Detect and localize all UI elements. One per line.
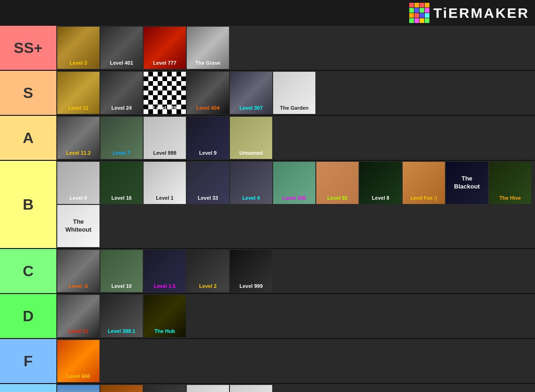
item-label: The Whiteout	[60, 217, 98, 235]
item-label: Level 100	[273, 194, 315, 202]
list-item[interactable]: Level 0	[57, 162, 99, 204]
tier-label-d: D	[0, 294, 56, 338]
list-item[interactable]: Level 302	[57, 385, 99, 392]
list-item[interactable]: Level 24	[100, 72, 143, 114]
list-item[interactable]: Level 9	[187, 117, 229, 159]
tier-row-f: F Level 666	[0, 339, 535, 384]
tier-items-s: Level 11 Level 24 Level 389 Level 404	[56, 71, 535, 115]
tier-label-s: S	[0, 71, 56, 115]
item-label: Level 1	[144, 194, 186, 202]
item-label: Level 307	[230, 104, 272, 112]
tiermaker-logo: TiERMAKER	[409, 3, 529, 23]
item-label: Level 9	[187, 149, 229, 157]
item-label: The Hive	[489, 194, 531, 202]
tier-list: TiERMAKER SS+ Level 3 Level 401 L	[0, 0, 535, 392]
tier-items-a: Level 11.2 Level 7 Level 998 Level 9	[56, 116, 535, 160]
list-item[interactable]: Level 1	[144, 162, 186, 204]
list-item[interactable]: Level 1.5	[144, 250, 186, 292]
list-item[interactable]: Level 666	[57, 340, 99, 382]
list-item[interactable]: Level 998	[144, 117, 186, 159]
list-item[interactable]: Level -5	[57, 250, 99, 292]
list-item[interactable]: The Garden	[273, 72, 315, 114]
item-label: Level 10	[100, 282, 143, 290]
item-label: Level 389	[144, 104, 186, 112]
list-item[interactable]: The Whiteout	[57, 205, 99, 247]
list-item[interactable]: Level 7	[100, 117, 143, 159]
list-item[interactable]: Level 11.2	[57, 117, 99, 159]
item-label: Level 16	[100, 194, 143, 202]
item-label: Level 777	[144, 59, 186, 67]
tier-items-no: Level 302 Level 5 Level 5.1 Level 6	[56, 384, 535, 392]
list-item[interactable]: The Blackout	[446, 162, 488, 204]
list-item[interactable]: Level 6	[187, 385, 229, 392]
item-label: Level 999	[230, 282, 272, 290]
list-item[interactable]: Level 10	[100, 250, 143, 292]
list-item[interactable]: Level 8	[359, 162, 402, 204]
list-item[interactable]: Level 307	[230, 72, 272, 114]
item-label: Level 11	[57, 104, 99, 112]
tier-label-c: C	[0, 249, 56, 293]
tier-row-d: D Level 11 Level 389.1 The Hub	[0, 294, 535, 339]
item-label: Level 11.2	[57, 149, 99, 157]
item-label: Level 7	[100, 149, 143, 157]
list-item[interactable]: The End	[230, 385, 272, 392]
list-item[interactable]: The Grave	[187, 27, 229, 69]
item-label: Level 404	[187, 104, 229, 112]
list-item[interactable]: Level 11	[57, 72, 99, 114]
list-item[interactable]: Level 404	[187, 72, 229, 114]
tier-row-s: S Level 11 Level 24 Level 389	[0, 71, 535, 116]
list-item[interactable]: Level 16	[100, 162, 143, 204]
item-label: Level 3	[57, 59, 99, 67]
tier-items-f: Level 666	[56, 339, 535, 383]
tier-label-b: B	[0, 161, 56, 248]
list-item[interactable]: Level 777	[144, 27, 186, 69]
list-item[interactable]: Level 5	[100, 385, 143, 392]
item-label: The Hub	[144, 327, 186, 335]
item-label: Level 8	[359, 194, 402, 202]
list-item[interactable]: Level Fun :)	[403, 162, 445, 204]
tier-label-f: F	[0, 339, 56, 383]
list-item[interactable]: Level 11	[57, 295, 99, 337]
list-item[interactable]: Unnamed	[230, 117, 272, 159]
list-item[interactable]: The Hub	[144, 295, 186, 337]
list-item[interactable]: Level 3	[57, 27, 99, 69]
tier-row-no: No Opinion/Didn't Read Level 302 Level 5…	[0, 384, 535, 392]
list-item[interactable]: Level 389	[144, 72, 186, 114]
list-item[interactable]: Level 5.1	[144, 385, 186, 392]
tier-row-ss: SS+ Level 3 Level 401 Level 777	[0, 26, 535, 71]
item-label: The Blackout	[448, 174, 486, 192]
tier-row-a: A Level 11.2 Level 7 Level 998	[0, 116, 535, 161]
item-label: Level 1.5	[144, 282, 186, 290]
tier-label-no: No Opinion/Didn't Read	[0, 384, 56, 392]
item-label: Level 4	[230, 194, 272, 202]
list-item[interactable]: The Hive	[489, 162, 531, 204]
item-label: Level 92	[316, 194, 359, 202]
list-item[interactable]: Level 2	[187, 250, 229, 292]
item-label: The Garden	[273, 104, 315, 112]
tier-label-a: A	[0, 116, 56, 160]
item-label: Level 401	[100, 59, 143, 67]
item-label: Level 11	[57, 327, 99, 335]
list-item[interactable]: Level 33	[187, 162, 229, 204]
tier-items-b: Level 0 Level 16 Level 1 Level 33	[56, 161, 535, 248]
tier-items-ss: Level 3 Level 401 Level 777 The Grave	[56, 26, 535, 70]
item-label: Level 389.1	[100, 327, 143, 335]
list-item[interactable]: Level 4	[230, 162, 272, 204]
item-label: Level -5	[57, 282, 99, 290]
item-label: Level 33	[187, 194, 229, 202]
tier-items-c: Level -5 Level 10 Level 1.5 Level 2	[56, 249, 535, 293]
list-item[interactable]: Level 100	[273, 162, 315, 204]
list-item[interactable]: Level 92	[316, 162, 359, 204]
item-label: The Grave	[187, 59, 229, 67]
tier-items-d: Level 11 Level 389.1 The Hub	[56, 294, 535, 338]
list-item[interactable]: Level 389.1	[100, 295, 143, 337]
item-label: Level Fun :)	[403, 195, 445, 202]
logo-grid-icon	[409, 3, 429, 23]
item-label: Level 0	[57, 194, 99, 202]
item-label: Level 2	[187, 282, 229, 290]
item-label: Level 666	[57, 372, 99, 380]
list-item[interactable]: Level 401	[100, 27, 143, 69]
list-item[interactable]: Level 999	[230, 250, 272, 292]
tier-row-b: B Level 0 Level 16 Level 1	[0, 161, 535, 249]
item-label: Unnamed	[230, 149, 272, 157]
